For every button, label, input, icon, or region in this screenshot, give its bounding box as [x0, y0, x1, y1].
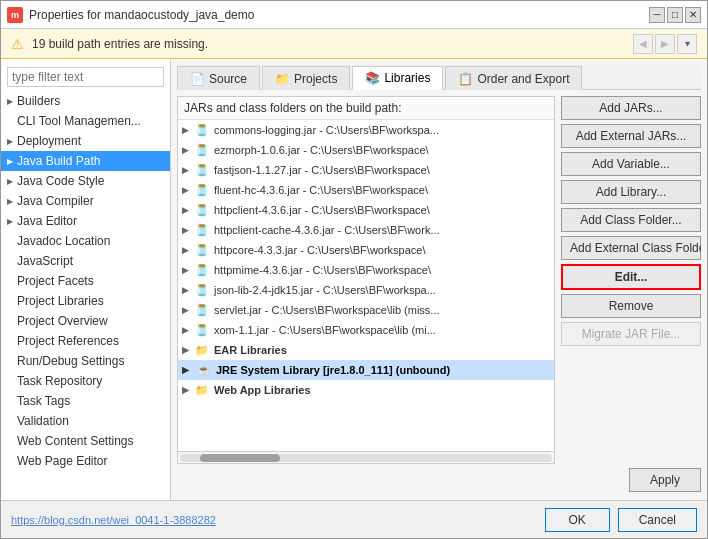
list-item[interactable]: ▶ 🫙 commons-logging.jar - C:\Users\BF\wo… [178, 120, 554, 140]
nav-arrows: ◀ ▶ ▾ [633, 34, 697, 54]
tab-order-export[interactable]: 📋 Order and Export [445, 66, 582, 90]
cancel-button[interactable]: Cancel [618, 508, 697, 532]
expand-icon: ▶ [182, 185, 194, 195]
folder-icon: 📁 [194, 342, 210, 358]
projects-tab-icon: 📁 [275, 72, 290, 86]
list-item[interactable]: ▶ 🫙 httpmime-4.3.6.jar - C:\Users\BF\wor… [178, 260, 554, 280]
window-title: Properties for mandaocustody_java_demo [29, 8, 649, 22]
bottom-bar: https://blog.csdn.net/wei_0041-1-3888282… [1, 500, 707, 538]
tab-bar: 📄 Source 📁 Projects 📚 Libraries 📋 Order … [177, 65, 701, 90]
list-item[interactable]: ▶ 📁 Web App Libraries [178, 380, 554, 400]
tab-projects-label: Projects [294, 72, 337, 86]
expand-icon: ▶ [182, 225, 194, 235]
list-item[interactable]: ▶ 🫙 servlet.jar - C:\Users\BF\workspace\… [178, 300, 554, 320]
sidebar-item-run-debug[interactable]: Run/Debug Settings [1, 351, 170, 371]
order-tab-icon: 📋 [458, 72, 473, 86]
sidebar-item-validation[interactable]: Validation [1, 411, 170, 431]
scroll-track [180, 454, 552, 462]
list-item[interactable]: ▶ 🫙 httpclient-cache-4.3.6.jar - C:\User… [178, 220, 554, 240]
expand-icon: ▶ [182, 305, 194, 315]
expand-icon: ▶ [182, 125, 194, 135]
close-button[interactable]: ✕ [685, 7, 701, 23]
jar-file-icon: 🫙 [194, 122, 210, 138]
remove-button[interactable]: Remove [561, 294, 701, 318]
jar-file-icon: 🫙 [194, 282, 210, 298]
jars-list[interactable]: ▶ 🫙 commons-logging.jar - C:\Users\BF\wo… [178, 120, 554, 451]
edit-button[interactable]: Edit... [561, 264, 701, 290]
horizontal-scrollbar[interactable] [178, 451, 554, 463]
tab-libraries[interactable]: 📚 Libraries [352, 66, 443, 90]
sidebar-item-cli[interactable]: CLI Tool Managemen... [1, 111, 170, 131]
maximize-button[interactable]: □ [667, 7, 683, 23]
jar-file-icon: 🫙 [194, 322, 210, 338]
right-panel: 📄 Source 📁 Projects 📚 Libraries 📋 Order … [171, 59, 707, 500]
apply-row: Apply [177, 464, 701, 494]
minimize-button[interactable]: ─ [649, 7, 665, 23]
list-item[interactable]: ▶ 🫙 xom-1.1.jar - C:\Users\BF\workspace\… [178, 320, 554, 340]
properties-window: m Properties for mandaocustody_java_demo… [0, 0, 708, 539]
sidebar-item-project-libraries[interactable]: Project Libraries [1, 291, 170, 311]
sidebar-item-web-content[interactable]: Web Content Settings [1, 431, 170, 451]
sidebar-item-deployment[interactable]: ▶ Deployment [1, 131, 170, 151]
jre-library-item[interactable]: ▶ ☕ JRE System Library [jre1.8.0_111] (u… [178, 360, 554, 380]
list-item[interactable]: ▶ 🫙 fastjson-1.1.27.jar - C:\Users\BF\wo… [178, 160, 554, 180]
jar-file-icon: 🫙 [194, 162, 210, 178]
list-item[interactable]: ▶ 📁 EAR Libraries [178, 340, 554, 360]
filter-input[interactable] [7, 67, 164, 87]
expand-icon: ▶ [182, 345, 194, 355]
expand-icon: ▶ [182, 265, 194, 275]
arrow-icon: ▶ [7, 97, 13, 106]
title-bar: m Properties for mandaocustody_java_demo… [1, 1, 707, 29]
tab-projects[interactable]: 📁 Projects [262, 66, 350, 90]
dialog-buttons: OK Cancel [545, 508, 697, 532]
list-item[interactable]: ▶ 🫙 httpclient-4.3.6.jar - C:\Users\BF\w… [178, 200, 554, 220]
add-external-jars-button[interactable]: Add External JARs... [561, 124, 701, 148]
add-jars-button[interactable]: Add JARs... [561, 96, 701, 120]
arrow-icon: ▶ [7, 137, 13, 146]
action-buttons-panel: Add JARs... Add External JARs... Add Var… [561, 96, 701, 464]
jar-file-icon: 🫙 [194, 182, 210, 198]
sidebar-item-web-page-editor[interactable]: Web Page Editor [1, 451, 170, 471]
jre-icon: ☕ [196, 362, 212, 378]
sidebar-item-java-editor[interactable]: ▶ Java Editor [1, 211, 170, 231]
list-item[interactable]: ▶ 🫙 httpcore-4.3.3.jar - C:\Users\BF\wor… [178, 240, 554, 260]
tab-source[interactable]: 📄 Source [177, 66, 260, 90]
jar-file-icon: 🫙 [194, 222, 210, 238]
sidebar-item-javadoc[interactable]: Javadoc Location [1, 231, 170, 251]
add-variable-button[interactable]: Add Variable... [561, 152, 701, 176]
sidebar-item-java-code-style[interactable]: ▶ Java Code Style [1, 171, 170, 191]
jars-panel: JARs and class folders on the build path… [177, 96, 555, 464]
migrate-jar-button[interactable]: Migrate JAR File... [561, 322, 701, 346]
folder-icon: 📁 [194, 382, 210, 398]
add-external-class-folder-button[interactable]: Add External Class Folder... [561, 236, 701, 260]
sidebar-item-javascript[interactable]: JavaScript [1, 251, 170, 271]
list-item[interactable]: ▶ 🫙 ezmorph-1.0.6.jar - C:\Users\BF\work… [178, 140, 554, 160]
apply-button[interactable]: Apply [629, 468, 701, 492]
sidebar-item-project-facets[interactable]: Project Facets [1, 271, 170, 291]
window-controls: ─ □ ✕ [649, 7, 701, 23]
back-arrow[interactable]: ◀ [633, 34, 653, 54]
sidebar-item-java-compiler[interactable]: ▶ Java Compiler [1, 191, 170, 211]
warning-bar: ⚠ 19 build path entries are missing. ◀ ▶… [1, 29, 707, 59]
sidebar-item-task-repository[interactable]: Task Repository [1, 371, 170, 391]
ok-button[interactable]: OK [545, 508, 610, 532]
filter-box [1, 63, 170, 91]
libraries-tab-icon: 📚 [365, 71, 380, 85]
expand-icon: ▶ [182, 245, 194, 255]
list-item[interactable]: ▶ 🫙 json-lib-2.4-jdk15.jar - C:\Users\BF… [178, 280, 554, 300]
forward-arrow[interactable]: ▶ [655, 34, 675, 54]
sidebar-item-project-references[interactable]: Project References [1, 331, 170, 351]
list-item[interactable]: ▶ 🫙 fluent-hc-4.3.6.jar - C:\Users\BF\wo… [178, 180, 554, 200]
nav-dropdown[interactable]: ▾ [677, 34, 697, 54]
sidebar-item-builders[interactable]: ▶ Builders [1, 91, 170, 111]
expand-icon: ▶ [182, 165, 194, 175]
add-library-button[interactable]: Add Library... [561, 180, 701, 204]
arrow-icon: ▶ [7, 157, 13, 166]
expand-icon: ▶ [182, 325, 194, 335]
expand-icon: ▶ [182, 385, 194, 395]
add-class-folder-button[interactable]: Add Class Folder... [561, 208, 701, 232]
sidebar-item-java-build-path[interactable]: ▶ Java Build Path [1, 151, 170, 171]
jar-file-icon: 🫙 [194, 302, 210, 318]
sidebar-item-project-overview[interactable]: Project Overview [1, 311, 170, 331]
sidebar-item-task-tags[interactable]: Task Tags [1, 391, 170, 411]
